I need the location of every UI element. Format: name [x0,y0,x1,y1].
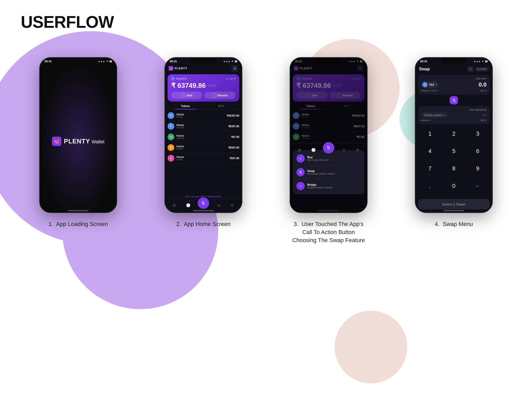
you-pay-label: YOU PAY [421,77,487,80]
key-3[interactable]: 3 [466,127,490,140]
nav-wallet-2[interactable]: ⊞ [170,201,178,209]
caption1-text: App Loading Screen [56,221,108,227]
home-bar-2 [193,210,214,211]
nav-swap-btn-2[interactable]: ⇅ [198,197,209,209]
phone2-caption: 2. App Home Screen [176,220,230,228]
send-icon-2: ↑ [181,93,185,97]
key-5[interactable]: 5 [442,145,466,158]
key-backspace[interactable]: ← [466,179,490,192]
tez-icon-1: T [168,112,174,119]
tab-nfts-2[interactable]: NFTs [203,103,239,109]
phone4-notch [441,58,467,64]
caption4-number: 4. [435,221,440,227]
token-item-2[interactable]: T TEZOS 14 CTEZ ₹6347.90 [168,121,239,132]
phone2-time: 09:41 [170,60,177,63]
key-7[interactable]: 7 [418,162,442,175]
home-bar-1 [68,210,89,211]
loading-logo: 🐙 PLENTY Wallet [52,137,104,146]
tez-selector[interactable]: T TEZ ▾ [421,81,439,88]
key-2[interactable]: 2 [442,127,466,140]
pay-panel-row: T TEZ ▾ 0.0 [421,81,487,88]
wifi-icon2: ▼ [231,60,234,63]
key-9[interactable]: 9 [466,162,490,175]
slippage-btn[interactable]: ⚙ 0.5% [475,67,489,71]
tez-name: TEZ [429,83,434,86]
home-screen-3: 09:41 ▲▲▲ ▼ ▮▮ 🐙 PLENTY ⊞ [290,58,367,212]
caption3-text: User Touched The App'sCall To Action But… [292,221,365,243]
wallet-actions-2: ↑ Sent ↓ Receive [171,92,236,99]
key-dot[interactable]: . [418,179,442,192]
phone2-frame: 09:41 ▲▲▲ ▼ ▮▮ 🐙 PLENTY ⊞ [164,57,242,213]
signal-icon2: ▲▲▲ [223,60,230,63]
swap-bottom-btn[interactable]: Select a Token [418,199,490,209]
popup-swap[interactable]: ⇅ Swap Exchange between tokens [294,165,363,179]
receive-balance-label: Balance: -- [421,119,433,122]
key-1[interactable]: 1 [418,127,442,140]
key-4[interactable]: 4 [418,145,442,158]
phone1-frame: 09:41 ▲▲▲ ▼ ▮▮ 🐙 PLENTY Wallet [39,57,117,213]
caption3-number: 3. [294,221,298,227]
key-0[interactable]: 0 [442,179,466,192]
popup-buy-desc: Buy crypto with cash [307,159,329,161]
wallet-change-2: +10.2% [207,84,216,87]
popup-swap-title: Swap [307,169,335,172]
nav-history-3[interactable]: 🕐 [309,146,317,154]
nav-settings-2[interactable]: ⚙ [228,201,237,209]
swap-direction: ⇅ [415,96,492,104]
phone2-icons: ▲▲▲ ▼ ▮▮ [223,60,237,63]
phone3-wrapper: 09:41 ▲▲▲ ▼ ▮▮ 🐙 PLENTY ⊞ [290,57,368,244]
nav-history-2[interactable]: 🕐 [184,201,192,209]
wifi-icon: ▼ [106,60,108,63]
popup-bridge[interactable]: ↔ Bridge Bridge between network [294,179,363,193]
phone3-frame: 09:41 ▲▲▲ ▼ ▮▮ 🐙 PLENTY ⊞ [290,57,368,213]
token-item-4[interactable]: ₿ TEZOS 6 tzBTC ₹5947.90 [168,142,239,153]
receive-btn-2[interactable]: ↓ Receive [204,92,236,99]
import-tokens-link-2[interactable]: Import tokens [208,195,222,198]
wallet-balance-2: ₹ 63749.86 +10.2% [171,82,236,90]
token-tabs-2: Tokens NFTs [168,103,239,109]
token-item-1[interactable]: T TEZOS 32 TEZ ₹56347.90 [168,110,239,121]
nav-discover-3[interactable]: ◎ [340,146,348,154]
phone1-caption: 1. App Loading Screen [49,220,108,228]
phone4-wrapper: 09:41 ▲▲▲ ▼ ▮▮ Swap ↻ ⚙ 0.5% [415,57,493,228]
key-6[interactable]: 6 [466,145,490,158]
phone4-frame: 09:41 ▲▲▲ ▼ ▮▮ Swap ↻ ⚙ 0.5% [415,57,493,213]
signal-icon: ▲▲▲ [98,60,105,63]
logo-text: PLENTY Wallet [64,138,104,145]
logo-icon-2: 🐙 [169,66,173,71]
popup-swap-desc: Exchange between tokens [307,172,335,175]
select-token-btn[interactable]: Select a token ▾ [421,112,448,118]
refresh-btn[interactable]: ↻ [467,66,474,72]
nav-swap-btn-3[interactable]: ⇅ [323,142,334,154]
battery-icon: ▮▮ [109,60,112,63]
key-8[interactable]: 8 [442,162,466,175]
phone1-status-icons: ▲▲▲ ▼ ▮▮ [98,60,112,63]
scan-btn-2[interactable]: ⊞ [231,65,238,72]
page-title: USERFLOW [21,12,114,32]
nav-settings-3[interactable]: ⚙ [354,146,362,154]
pay-usd: -$0.00 [480,89,487,92]
select-token-arrow: ▾ [444,114,445,116]
nav-wallet-3[interactable]: ⊞ [295,146,304,154]
token-item-3[interactable]: $ TEZOS 12USDtz ₹47.90 [168,132,239,142]
send-btn-2[interactable]: ↑ Sent [171,92,202,99]
btc-icon: ₿ [168,144,174,151]
battery-icon4: ▮▮ [485,60,488,63]
app-logo-2: 🐙 PLENTY [169,66,187,71]
swap-direction-btn[interactable]: ⇅ [450,96,458,104]
receive-amounts: — [482,113,487,117]
swap-icon: ⇅ [296,168,305,176]
caption4-text: Swap Menu [443,221,473,227]
token-item-5[interactable]: S TEZOS 3 SIRS ₹647.90 [168,153,239,164]
logo-icon: 🐙 [52,137,61,146]
balance-row: Balance: 256.87 -$0.00 [421,89,487,92]
wallet-card-header-2: 👤 thegr8binil ✓ tz2..8tH ⧉ [171,77,236,81]
tab-tokens-2[interactable]: Tokens [168,103,203,109]
phone2-notch [190,58,216,64]
app-brand-2: PLENTY [175,67,187,70]
loading-screen: 🐙 PLENTY Wallet [40,64,117,213]
phone2-wrapper: 09:41 ▲▲▲ ▼ ▮▮ 🐙 PLENTY ⊞ [164,57,242,228]
nav-discover-2[interactable]: ◎ [215,201,223,209]
receive-panel-row: Select a token ▾ — [421,112,487,118]
caption1-number: 1. [49,221,53,227]
